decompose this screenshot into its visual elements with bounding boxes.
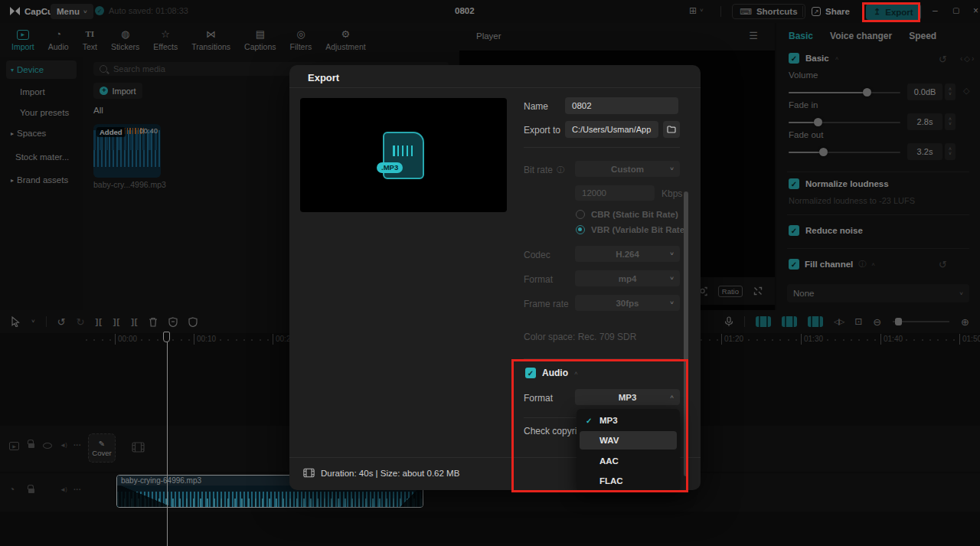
codec-value: H.264 bbox=[616, 250, 639, 259]
kbps-label: Kbps bbox=[662, 188, 682, 199]
audio-section-header: ✓ Audio ˄ bbox=[525, 368, 578, 378]
cbr-radio[interactable] bbox=[576, 210, 585, 219]
option-label: FLAC bbox=[599, 476, 623, 486]
audio-format-label: Format bbox=[524, 393, 553, 404]
divider bbox=[524, 358, 680, 359]
export-preview: .MP3 bbox=[300, 98, 507, 212]
chevron-down-icon: ˅ bbox=[670, 299, 674, 306]
option-label: MP3 bbox=[599, 416, 618, 425]
frame-rate-value: 30fps bbox=[616, 299, 639, 308]
check-icon: ✓ bbox=[586, 417, 592, 425]
mp3-badge: .MP3 bbox=[377, 162, 403, 173]
chevron-down-icon: ˅ bbox=[670, 250, 674, 257]
chevron-down-icon: ˅ bbox=[670, 275, 674, 282]
name-label: Name bbox=[524, 101, 548, 112]
chevron-up-icon: ˄ bbox=[670, 394, 674, 401]
chevron-down-icon: ˅ bbox=[670, 165, 674, 172]
option-mp3[interactable]: ✓ MP3 bbox=[580, 411, 677, 430]
option-label: AAC bbox=[599, 456, 619, 466]
duration-size-text: Duration: 40s | Size: about 0.62 MB bbox=[321, 469, 459, 478]
vbr-radio[interactable] bbox=[576, 225, 585, 234]
frame-rate-label: Frame rate bbox=[524, 299, 569, 309]
bit-rate-value: Custom bbox=[611, 165, 644, 174]
option-label: WAV bbox=[599, 436, 619, 445]
codec-label: Codec bbox=[524, 250, 550, 260]
check-copyright-label: Check copyrig bbox=[524, 426, 582, 436]
format-label: Format bbox=[524, 274, 553, 285]
format-value: mp4 bbox=[619, 274, 637, 283]
cbr-label: CBR (Static Bit Rate) bbox=[591, 210, 678, 219]
bit-rate-select[interactable]: Custom ˅ bbox=[575, 161, 680, 177]
waveform-glyph bbox=[393, 145, 413, 156]
dialog-title: Export bbox=[308, 72, 339, 83]
bit-rate-label: Bit rate bbox=[524, 165, 553, 175]
mp3-file-icon: .MP3 bbox=[383, 132, 424, 179]
export-path-input[interactable] bbox=[565, 121, 658, 138]
color-space-text: Color space: Rec. 709 SDR bbox=[524, 332, 636, 342]
info-icon: ⓘ bbox=[557, 165, 564, 175]
audio-section-title: Audio bbox=[542, 368, 568, 378]
dialog-scrollbar[interactable] bbox=[684, 191, 688, 476]
collapse-icon[interactable]: ˄ bbox=[574, 370, 578, 377]
film-icon bbox=[303, 468, 315, 478]
format-select[interactable]: mp4 ˅ bbox=[575, 270, 680, 286]
capcut-app: CapCut Menu ˅ ✓ Auto saved: 01:08:33 080… bbox=[0, 0, 980, 546]
audio-format-select[interactable]: MP3 ˄ bbox=[575, 389, 680, 405]
export-name-input[interactable] bbox=[565, 97, 678, 114]
codec-select[interactable]: H.264 ˅ bbox=[575, 246, 680, 262]
divider bbox=[524, 417, 576, 418]
audio-format-value: MP3 bbox=[619, 393, 637, 402]
frame-rate-select[interactable]: 30fps ˅ bbox=[575, 295, 680, 311]
option-aac[interactable]: AAC bbox=[580, 452, 677, 470]
option-wav[interactable]: WAV bbox=[580, 431, 677, 450]
browse-folder-button[interactable] bbox=[663, 121, 680, 138]
option-flac[interactable]: FLAC bbox=[580, 472, 677, 490]
vbr-label: VBR (Variable Bit Rate) bbox=[591, 225, 688, 234]
audio-format-dropdown: ✓ MP3 WAV AAC FLAC bbox=[577, 409, 680, 492]
divider bbox=[524, 147, 680, 148]
export-summary: Duration: 40s | Size: about 0.62 MB bbox=[303, 468, 459, 478]
bitrate-number-input[interactable] bbox=[575, 185, 655, 201]
divider bbox=[289, 87, 701, 88]
export-to-label: Export to bbox=[524, 125, 560, 136]
audio-checkbox[interactable]: ✓ bbox=[525, 368, 536, 378]
